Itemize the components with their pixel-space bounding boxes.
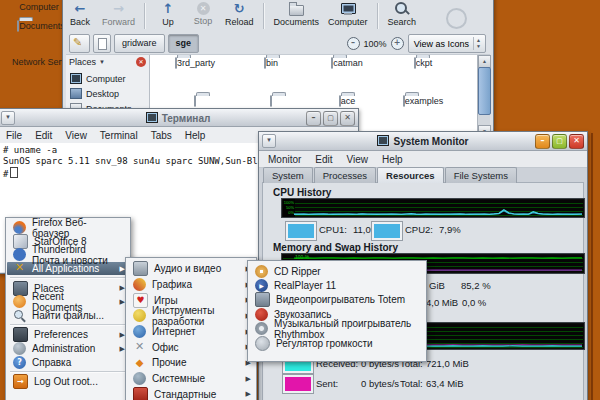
desktop-icon-network-label: Network Serv [12, 57, 66, 67]
close-button[interactable] [340, 111, 355, 126]
accessories-icon [133, 387, 148, 400]
zoom-out-button[interactable] [347, 37, 360, 50]
staroffice-icon [13, 234, 28, 249]
close-sidebar-button[interactable] [136, 57, 146, 67]
folder-ckpt[interactable]: ckpt [390, 58, 456, 68]
maximize-button[interactable] [323, 111, 338, 126]
menu-item-preferences[interactable]: Preferences [7, 328, 129, 342]
tab-processes[interactable]: Processes [314, 167, 376, 183]
scrollbar-thumb[interactable] [478, 67, 491, 115]
scrollbar[interactable] [477, 55, 490, 138]
breadcrumb-gridware[interactable]: gridware [114, 34, 165, 53]
terminal-titlebar[interactable]: Терминал [0, 109, 358, 127]
menu-item-thunderbird[interactable]: Thunderbird Почта и новости [7, 248, 129, 262]
folder-ace[interactable]: ace [314, 96, 380, 106]
graphics-icon [133, 278, 146, 291]
recent-documents-icon [13, 295, 26, 308]
place-computer[interactable]: Computer [66, 71, 149, 86]
folder-examples[interactable]: examples [390, 96, 456, 106]
menu-item-help[interactable]: ? Справка [7, 355, 129, 369]
documents-button[interactable]: Documents [274, 1, 320, 27]
desktop-icon-computer[interactable]: Computer [8, 2, 70, 12]
zoom-in-button[interactable] [391, 37, 404, 50]
term-menu-file[interactable]: File [6, 130, 22, 141]
view-mode-select[interactable]: View as Icons [408, 34, 486, 53]
places-header[interactable]: Places [69, 57, 96, 67]
cpu2-swatch[interactable] [372, 222, 402, 240]
firefox-icon [13, 221, 26, 234]
term-menu-tabs[interactable]: Tabs [151, 130, 172, 141]
separator [263, 3, 265, 29]
back-button[interactable]: ← Back [67, 1, 93, 27]
breadcrumb-sge[interactable]: sge [168, 34, 200, 53]
submenu-arrow-icon [116, 331, 125, 339]
menu-item-other[interactable]: ◆ Прочие [127, 355, 255, 371]
menu-item-accessories[interactable]: Стандартные [127, 387, 255, 400]
menu-item-firefox[interactable]: Firefox Веб-браузер [7, 221, 129, 235]
forward-button[interactable]: → Forward [102, 1, 135, 27]
search-button[interactable]: Search [388, 1, 417, 27]
sm-menu-edit[interactable]: Edit [315, 154, 332, 165]
menu-item-office[interactable]: ✕ Офис [127, 339, 255, 355]
menu-item-logout[interactable]: → Log Out root... [7, 375, 129, 389]
reload-button[interactable]: ↻ Reload [225, 1, 254, 27]
tab-file-systems[interactable]: File Systems [445, 167, 517, 183]
folder-icon [175, 57, 177, 69]
location-note-button[interactable] [93, 34, 111, 53]
window-menu-button[interactable] [1, 111, 15, 125]
menu-item-devel[interactable]: Инструменты разработки [127, 308, 255, 324]
sm-menu-monitor[interactable]: Monitor [268, 154, 301, 165]
term-menu-view[interactable]: View [65, 130, 87, 141]
folder-icon [331, 57, 333, 69]
maximize-button[interactable] [552, 134, 567, 149]
folder-catman[interactable]: catman [314, 58, 380, 68]
submenu-arrow-icon [116, 284, 125, 292]
desktop-mini-icon [70, 88, 82, 99]
edit-location-button[interactable] [69, 34, 90, 53]
stop-button[interactable]: ✕ Stop [190, 1, 216, 26]
tab-resources[interactable]: Resources [377, 167, 444, 183]
window-menu-button[interactable] [262, 134, 276, 148]
tab-system[interactable]: System [263, 167, 313, 183]
minimize-button[interactable] [306, 111, 321, 126]
chevron-down-icon [99, 59, 105, 65]
folder-row2-2[interactable] [238, 96, 304, 106]
menu-item-cd-ripper[interactable]: CD Ripper [249, 264, 425, 278]
menu-item-recent-documents[interactable]: Recent Documents [7, 295, 129, 309]
place-desktop[interactable]: Desktop [66, 86, 149, 101]
realplayer-icon: ▶ [255, 279, 268, 292]
main-menu-popup: Firefox Веб-браузер StarOffice 8 Thunder… [5, 217, 131, 400]
folder-bin[interactable]: bin [238, 58, 304, 68]
cpu1-swatch[interactable] [286, 222, 316, 240]
menu-item-administration[interactable]: Administration [7, 342, 129, 356]
sent-swatch[interactable] [283, 375, 313, 393]
folder-row-2: ace examples [162, 96, 456, 106]
minimize-button[interactable] [535, 134, 550, 149]
audio-video-submenu: CD Ripper ▶ RealPlayer 11 Видеопроигрыва… [247, 260, 427, 362]
menu-item-rhythmbox[interactable]: Музыкальный проигрыватель Rhythmbox [249, 322, 425, 336]
devel-icon [133, 309, 146, 322]
folder-3rd-party[interactable]: 3rd_party [162, 58, 228, 68]
system-monitor-titlebar[interactable]: System Monitor [259, 132, 587, 151]
term-menu-terminal[interactable]: Terminal [100, 130, 138, 141]
swap-unit-fragment: 4,0 MiB [426, 297, 458, 308]
menu-item-graphics[interactable]: Графика [127, 277, 255, 293]
sm-menu-help[interactable]: Help [382, 154, 403, 165]
computer-button[interactable]: Computer [328, 1, 368, 27]
close-button[interactable] [569, 134, 584, 149]
menu-item-system[interactable]: Системные [127, 371, 255, 387]
sm-menu-view[interactable]: View [347, 154, 369, 165]
received-total: 721,0 MiB [426, 358, 469, 369]
term-menu-edit[interactable]: Edit [35, 130, 52, 141]
menu-item-audio-video[interactable]: Аудио и видео [127, 261, 255, 277]
terminal-icon [146, 112, 158, 123]
folder-row2-1[interactable] [162, 96, 228, 106]
terminal-cursor [10, 167, 18, 178]
all-applications-icon: ✕ [13, 262, 26, 275]
folder-icon [414, 57, 416, 69]
up-button[interactable]: ↑ Up [155, 1, 181, 27]
menu-item-totem[interactable]: Видеопроигрыватель Totem [249, 293, 425, 307]
term-menu-help[interactable]: Help [185, 130, 206, 141]
menu-item-realplayer[interactable]: ▶ RealPlayer 11 [249, 278, 425, 292]
desktop-icon-documents-label: Documents [19, 21, 65, 31]
